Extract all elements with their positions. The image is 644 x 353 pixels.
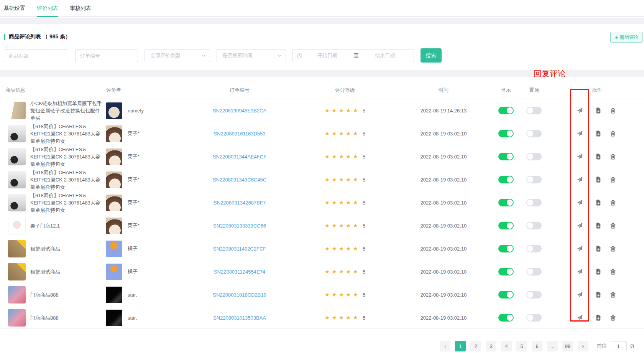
order-no-link[interactable]: SN220803133333CC66 (213, 223, 266, 229)
paper-plane-icon (576, 291, 583, 299)
detail-button[interactable] (595, 130, 602, 137)
show-toggle[interactable] (498, 268, 514, 275)
reply-send-button[interactable] (576, 107, 583, 114)
tab-audit-list[interactable]: 审核列表 (70, 0, 91, 16)
reviewer-cell: star. (106, 283, 171, 306)
delete-button[interactable] (610, 153, 616, 160)
header-product-info: 商品信息 (5, 77, 25, 99)
show-toggle[interactable] (498, 199, 514, 206)
detail-button[interactable] (595, 268, 602, 275)
detail-button[interactable] (595, 222, 602, 229)
order-no-input[interactable] (75, 49, 138, 62)
order-no-link[interactable]: SN2208031342687BF7 (214, 200, 266, 206)
reply-send-button[interactable] (576, 314, 583, 322)
delete-button[interactable] (610, 291, 616, 298)
delete-button[interactable] (610, 176, 616, 183)
top-toggle[interactable] (526, 245, 542, 252)
page-button[interactable]: 3 (486, 341, 496, 351)
detail-button[interactable] (595, 199, 602, 206)
order-no-link[interactable]: SN22080311492C2FCF (213, 246, 266, 252)
top-toggle[interactable] (526, 291, 542, 299)
page-button[interactable]: 6 (532, 341, 542, 351)
prev-page-button[interactable]: ‹ (440, 341, 450, 351)
detail-button[interactable] (595, 314, 602, 321)
reply-send-button[interactable] (576, 176, 583, 183)
order-no-link[interactable]: SN2208031018CD2B19 (213, 292, 266, 298)
reply-send-button[interactable] (576, 199, 583, 206)
delete-button[interactable] (610, 268, 616, 275)
date-range-picker[interactable]: 开始日期 至 结束日期 (292, 49, 414, 62)
top-toggle[interactable] (526, 314, 542, 322)
page-button[interactable]: 5 (516, 341, 527, 351)
top-toggle[interactable] (526, 222, 542, 229)
rating-cell: ★★★★★ 5 (307, 122, 383, 145)
top-toggle[interactable] (526, 107, 542, 114)
search-button[interactable]: 搜索 (421, 48, 442, 63)
detail-button[interactable] (595, 176, 602, 183)
reply-send-button[interactable] (576, 268, 583, 275)
show-toggle[interactable] (498, 314, 514, 322)
page-button[interactable]: 99 (562, 341, 573, 351)
show-toggle[interactable] (498, 245, 514, 252)
top-toggle[interactable] (526, 199, 542, 206)
delete-button[interactable] (610, 245, 616, 252)
delete-button[interactable] (610, 130, 616, 137)
table-body: 小CK链条加粗加宽单肩腋下包手提包金属链子改造替换包包配件单买 namely S… (0, 99, 644, 329)
show-toggle[interactable] (498, 291, 514, 299)
detail-button[interactable] (595, 245, 602, 252)
order-no-link[interactable]: SN2208031343C6C45C (213, 177, 266, 183)
top-toggle[interactable] (526, 176, 542, 183)
detail-button[interactable] (595, 153, 602, 160)
order-no-link[interactable]: SN220803161163D553 (214, 131, 266, 137)
page-button[interactable]: ... (547, 341, 558, 351)
reply-send-button[interactable] (576, 291, 583, 299)
next-page-button[interactable]: › (578, 341, 588, 351)
goto-page-input[interactable] (610, 341, 627, 351)
end-date-placeholder[interactable]: 结束日期 (360, 52, 410, 59)
delete-button[interactable] (610, 314, 616, 321)
star-icon: ★ (353, 314, 358, 321)
tab-review-list[interactable]: 评价列表 (37, 0, 58, 16)
top-toggle[interactable] (526, 268, 542, 275)
detail-button[interactable] (595, 107, 602, 114)
order-no-cell: SN2208031013503BAA (192, 306, 288, 329)
add-review-button[interactable]: + 新增评论 (610, 32, 643, 43)
reply-send-button[interactable] (576, 222, 583, 229)
show-toggle[interactable] (498, 176, 514, 183)
top-toggle[interactable] (526, 153, 542, 160)
show-toggle[interactable] (498, 130, 514, 137)
product-title-input[interactable] (4, 49, 68, 62)
delete-button[interactable] (610, 199, 616, 206)
order-no-link[interactable]: SN2208190948E3B2CA (213, 108, 266, 114)
time-search-select[interactable]: 是否搜索时间 (217, 49, 286, 62)
avatar (106, 264, 122, 280)
order-no-link[interactable]: SN2208031013503BAA (213, 315, 266, 321)
review-type-select[interactable]: 全部评价类型 (145, 49, 210, 62)
delete-button[interactable] (610, 222, 616, 229)
time-cell: 2022-08-19 03:02:10 (405, 168, 482, 191)
paper-plane-icon (576, 153, 583, 160)
delete-button[interactable] (610, 107, 616, 114)
top-toggle[interactable] (526, 130, 542, 137)
star-icon: ★ (325, 268, 330, 275)
show-toggle[interactable] (498, 153, 514, 160)
reply-cell (568, 283, 591, 306)
tab-basic-settings[interactable]: 基础设置 (4, 0, 25, 16)
reply-send-button[interactable] (576, 153, 583, 160)
order-no-link[interactable]: SN2208031124554E74 (214, 269, 265, 275)
reply-send-button[interactable] (576, 130, 583, 137)
reply-send-button[interactable] (576, 245, 583, 252)
file-plus-icon (595, 199, 602, 206)
page-button[interactable]: 1 (455, 341, 466, 351)
start-date-placeholder[interactable]: 开始日期 (302, 52, 352, 59)
page-button[interactable]: 4 (501, 341, 512, 351)
detail-button[interactable] (595, 291, 602, 298)
trash-icon (610, 314, 616, 321)
order-no-link[interactable]: SN2208031344AE4FCF (213, 154, 266, 160)
show-toggle[interactable] (498, 107, 514, 114)
page-button[interactable]: 2 (470, 341, 481, 351)
star-icon: ★ (346, 199, 351, 206)
rating-value: 5 (363, 177, 365, 183)
reply-cell (568, 122, 591, 145)
show-toggle[interactable] (498, 222, 514, 229)
